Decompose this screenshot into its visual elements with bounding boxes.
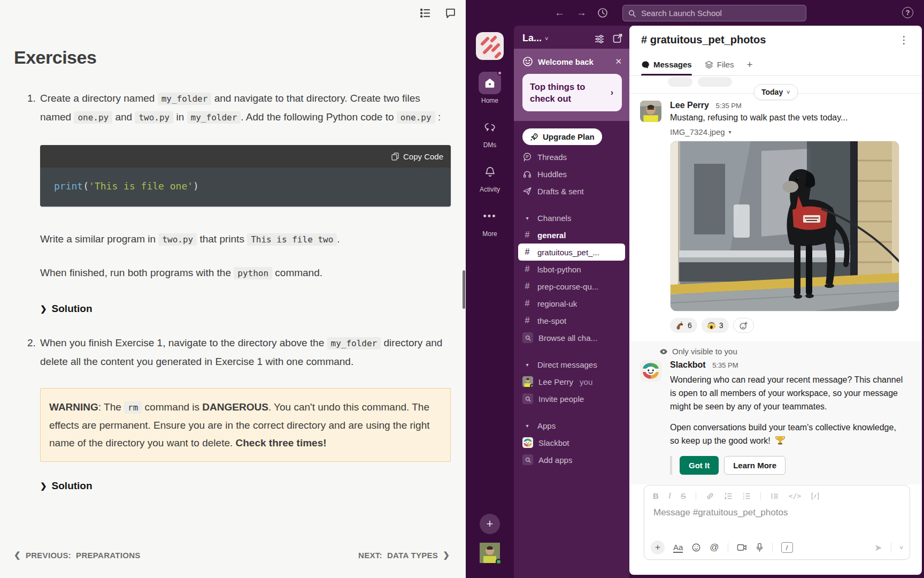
timestamp[interactable]: 5:35 PM	[715, 102, 741, 110]
upgrade-plan-button[interactable]: Upgrade Plan	[522, 128, 602, 145]
dm-lee-perry[interactable]: Lee Perry you	[514, 373, 629, 390]
sidebar-item-huddles[interactable]: Huddles	[514, 165, 629, 182]
channel-label: lsbot-python	[537, 265, 581, 274]
code-string: 'This is file one'	[89, 180, 193, 192]
channel-general[interactable]: #general	[514, 226, 629, 244]
workspace-logo[interactable]	[476, 32, 504, 60]
dms-header[interactable]: ▾ Direct messages	[514, 356, 629, 373]
blockquote-button[interactable]	[771, 492, 779, 500]
kebab-menu-icon[interactable]: ⋮	[896, 32, 912, 48]
channel-label: the-spot	[537, 316, 566, 325]
tab-messages[interactable]: Messages	[641, 54, 692, 75]
got-it-button[interactable]: Got It	[680, 456, 719, 475]
solution-toggle-2[interactable]: ❯ Solution	[40, 480, 466, 492]
timestamp[interactable]: 5:35 PM	[712, 361, 738, 369]
mic-button[interactable]	[756, 543, 764, 552]
search-bar[interactable]	[622, 5, 806, 21]
history-forward-icon[interactable]: →	[576, 7, 587, 19]
lesson-pane: Exercises 1. Create a directory named my…	[0, 0, 466, 578]
message-input[interactable]	[652, 507, 902, 519]
tab-files[interactable]: Files	[705, 54, 734, 75]
channel-gratuitous-pet-photos[interactable]: #gratuitous_pet_...	[518, 244, 625, 261]
shortcuts-button[interactable]: /	[781, 542, 793, 553]
rail-item-activity[interactable]: Activity	[479, 161, 501, 193]
inline-code: my_folder	[158, 93, 212, 105]
compose-icon[interactable]	[612, 33, 623, 44]
history-clock-icon[interactable]	[597, 7, 608, 18]
learn-more-button[interactable]: Learn More	[724, 456, 786, 475]
help-icon[interactable]: ?	[902, 7, 913, 18]
channel-title[interactable]: # gratuitous_pet_photos	[641, 34, 766, 46]
code-paren: (	[83, 180, 89, 192]
horse-emoji	[675, 321, 684, 330]
channel-the-spot[interactable]: #the-spot	[514, 312, 629, 329]
comments-icon[interactable]	[445, 7, 456, 19]
apps-header[interactable]: ▾ Apps	[514, 417, 629, 434]
hash-icon: #	[522, 247, 532, 257]
sidebar-item-threads[interactable]: Threads	[514, 148, 629, 165]
channel-regional-uk[interactable]: #regional-uk	[514, 295, 629, 312]
mention-button[interactable]: @	[710, 542, 719, 553]
reaction-scream[interactable]: 3	[702, 318, 729, 333]
next-link[interactable]: NEXT: DATA TYPES ❯	[358, 550, 450, 560]
inline-code: one.py	[397, 111, 435, 124]
send-options-chevron[interactable]: ˅	[900, 544, 903, 551]
code-button[interactable]: </>	[789, 492, 801, 500]
previous-link[interactable]: ❮ PREVIOUS: PREPARATIONS	[14, 550, 141, 560]
caret-down-icon: ▾	[522, 215, 532, 221]
channels-header[interactable]: ▾ Channels	[514, 209, 629, 226]
top-things-card[interactable]: Top things to check out ›	[522, 74, 622, 111]
italic-button[interactable]: I	[668, 491, 671, 500]
rail-item-dms[interactable]: DMs	[479, 116, 501, 149]
strikethrough-button[interactable]: S	[681, 491, 686, 500]
rail-item-more[interactable]: ••• More	[479, 205, 501, 238]
filter-icon[interactable]	[594, 33, 605, 44]
workspace-name[interactable]: La...	[522, 33, 542, 44]
pager: ❮ PREVIOUS: PREPARATIONS NEXT: DATA TYPE…	[14, 550, 450, 560]
create-new-button[interactable]: +	[480, 514, 500, 534]
author-name[interactable]: Slackbot	[670, 360, 706, 369]
invite-people[interactable]: Invite people	[514, 390, 629, 407]
channel-prep-course[interactable]: #prep-course-qu...	[514, 278, 629, 295]
rail-label: Home	[481, 97, 498, 104]
channel-lsbot-python[interactable]: #lsbot-python	[514, 261, 629, 278]
browse-channels[interactable]: Browse all cha...	[514, 329, 629, 346]
slackbot-avatar[interactable]	[640, 360, 661, 382]
add-apps[interactable]: Add apps	[514, 451, 629, 468]
add-tab-button[interactable]: +	[746, 54, 752, 75]
send-button[interactable]: ➤	[874, 542, 882, 553]
sidebar-item-drafts[interactable]: Drafts & sent	[514, 182, 629, 200]
code-block-button[interactable]	[811, 492, 820, 500]
item-label: Add apps	[538, 455, 572, 465]
attachment-toggle[interactable]: IMG_7324.jpeg ▾	[670, 127, 911, 136]
section-label: Apps	[537, 421, 556, 430]
search-input[interactable]	[640, 8, 800, 18]
app-slackbot[interactable]: Slackbot	[514, 434, 629, 451]
emoji-button[interactable]	[691, 543, 701, 552]
warning-bold: Check three times!	[236, 437, 327, 448]
avatar[interactable]	[640, 101, 661, 122]
bullet-list-button[interactable]	[742, 492, 751, 500]
reactions-row: 6 3	[670, 318, 911, 333]
attach-plus-button[interactable]: +	[651, 541, 665, 554]
author-name[interactable]: Lee Perry	[670, 101, 709, 110]
paragraph: Write a similar program in two.py that p…	[40, 230, 450, 249]
history-back-icon[interactable]: ←	[555, 7, 565, 19]
welcome-banner: Welcome back ✕ Top things to check out ›	[514, 49, 629, 121]
bold-button[interactable]: B	[653, 491, 659, 500]
user-avatar[interactable]	[480, 543, 500, 563]
search-icon	[628, 10, 636, 17]
scrollbar-thumb[interactable]	[463, 270, 465, 309]
close-icon[interactable]: ✕	[615, 57, 622, 66]
table-of-contents-icon[interactable]	[420, 7, 431, 19]
rail-item-home[interactable]: Home	[479, 72, 501, 104]
link-button[interactable]	[706, 492, 714, 500]
reaction-horse[interactable]: 6	[670, 318, 697, 333]
add-reaction-button[interactable]	[733, 318, 754, 333]
ordered-list-button[interactable]	[724, 492, 733, 500]
format-toggle-button[interactable]: Aa	[673, 543, 683, 553]
copy-code-button[interactable]: Copy Code	[391, 152, 443, 161]
solution-toggle-1[interactable]: ❯ Solution	[40, 303, 466, 315]
video-button[interactable]	[737, 543, 747, 552]
dog-photo[interactable]	[670, 141, 899, 311]
